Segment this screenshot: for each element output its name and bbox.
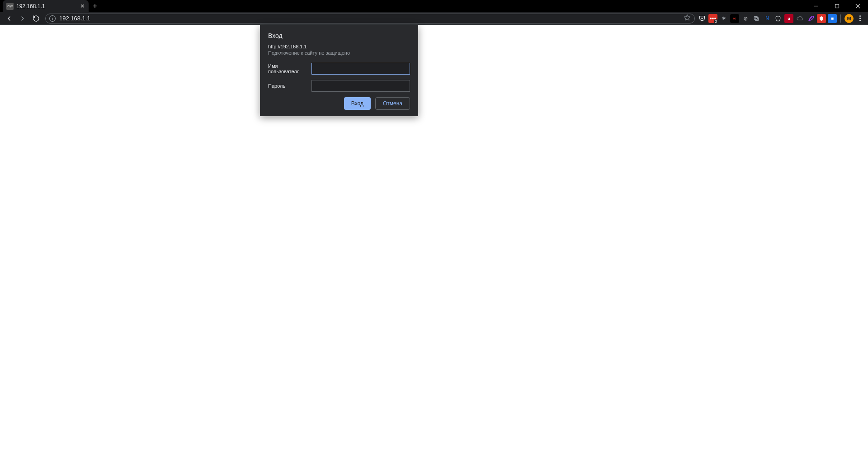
http-auth-dialog: Вход http://192.168.1.1 Подключение к са…: [260, 25, 418, 116]
extension-circle-icon[interactable]: ◎: [741, 14, 750, 23]
browser-menu-button[interactable]: [855, 14, 864, 23]
extension-row: ●●● 2 ✱ ∞ ◎ N u ■ M: [698, 14, 865, 23]
extension-feather-icon[interactable]: [806, 14, 815, 23]
svg-marker-4: [684, 14, 690, 20]
profile-avatar[interactable]: M: [844, 14, 854, 23]
window-minimize-button[interactable]: [806, 0, 826, 12]
auth-username-row: Имя пользователя: [268, 63, 410, 75]
extension-paw-icon[interactable]: ✱: [719, 14, 728, 23]
extension-shield-icon[interactable]: [774, 14, 783, 23]
page-content: Вход http://192.168.1.1 Подключение к са…: [0, 25, 868, 470]
new-tab-button[interactable]: ＋: [89, 0, 101, 12]
auth-title: Вход: [268, 32, 410, 39]
svg-rect-6: [754, 16, 757, 19]
auth-password-label: Пароль: [268, 83, 307, 89]
extension-copy-icon[interactable]: [752, 14, 761, 23]
extension-pocket-icon[interactable]: [698, 14, 707, 23]
nav-forward-button[interactable]: [16, 12, 29, 25]
address-bar-text: 192.168.1.1: [59, 15, 680, 22]
extension-badge-count: 2: [714, 19, 718, 24]
toolbar-divider: [840, 14, 841, 23]
svg-rect-5: [755, 17, 759, 20]
titlebar: Zyx 192.168.1.1 ✕ ＋: [0, 0, 868, 12]
auth-button-row: Вход Отмена: [268, 97, 410, 110]
nav-back-button[interactable]: [3, 12, 15, 25]
auth-warning: Подключение к сайту не защищено: [268, 50, 410, 56]
bookmark-star-icon[interactable]: [684, 14, 691, 23]
extension-ublock-icon[interactable]: u: [784, 14, 793, 23]
window-controls: [806, 0, 868, 12]
extension-goggles-icon[interactable]: ∞: [730, 14, 739, 23]
toolbar: i 192.168.1.1 ●●● 2 ✱ ∞ ◎ N u ■: [0, 12, 868, 25]
nav-reload-button[interactable]: [30, 12, 42, 25]
site-info-icon[interactable]: i: [49, 15, 56, 22]
extension-red-badge-icon[interactable]: ●●● 2: [708, 14, 717, 23]
browser-tab[interactable]: Zyx 192.168.1.1 ✕: [3, 0, 89, 12]
extension-blue-icon[interactable]: ■: [828, 14, 837, 23]
tab-favicon: Zyx: [6, 3, 14, 10]
window-maximize-button[interactable]: [826, 0, 847, 12]
svg-rect-1: [835, 5, 839, 8]
auth-cancel-button[interactable]: Отмена: [375, 97, 410, 110]
auth-url: http://192.168.1.1: [268, 44, 410, 49]
extension-cloud-icon[interactable]: [795, 14, 804, 23]
tab-close-icon[interactable]: ✕: [79, 3, 86, 10]
extension-shield2-icon[interactable]: [817, 14, 826, 23]
window-close-button[interactable]: [847, 0, 868, 12]
address-bar[interactable]: i 192.168.1.1: [45, 14, 695, 24]
tab-title: 192.168.1.1: [16, 3, 76, 9]
auth-password-row: Пароль: [268, 80, 410, 92]
auth-login-button[interactable]: Вход: [344, 97, 371, 110]
auth-username-input[interactable]: [311, 63, 410, 75]
auth-password-input[interactable]: [311, 80, 410, 92]
auth-username-label: Имя пользователя: [268, 63, 307, 74]
extension-n-icon[interactable]: N: [763, 14, 772, 23]
